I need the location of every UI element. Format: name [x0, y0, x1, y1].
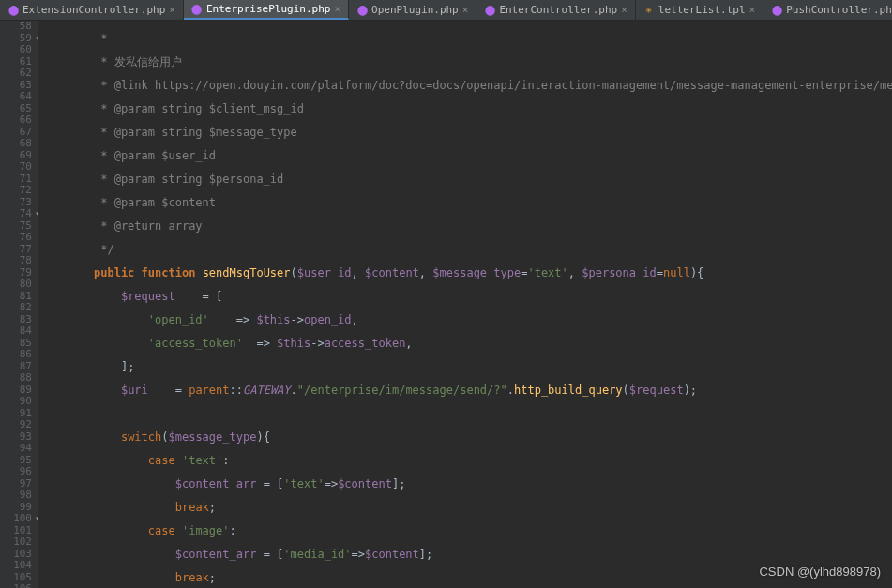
- editor-tabs: ⬤ ExtensionController.php × ⬤ Enterprise…: [0, 0, 892, 21]
- php-icon: ⬤: [8, 5, 19, 16]
- tab-push-controller[interactable]: ⬤ PushController.php ×: [763, 0, 892, 20]
- code-editor[interactable]: 5859▾606162636465666768697071727374▾7576…: [0, 21, 892, 588]
- tab-letter-list[interactable]: ✳ letterList.tpl ×: [636, 0, 763, 20]
- line-number: 98: [0, 490, 32, 502]
- tab-open-plugin[interactable]: ⬤ OpenPlugin.php ×: [349, 0, 476, 20]
- php-icon: ⬤: [356, 5, 368, 16]
- line-number: 70: [0, 161, 32, 173]
- line-number: 88: [0, 372, 32, 384]
- line-number: 104: [0, 560, 32, 572]
- tab-enter-controller[interactable]: ⬤ EnterController.php ×: [476, 0, 635, 20]
- line-number: 62: [0, 68, 32, 80]
- gutter: 5859▾606162636465666768697071727374▾7576…: [0, 21, 38, 588]
- line-number: 64: [0, 91, 32, 103]
- line-number: 92: [0, 419, 32, 431]
- code-area[interactable]: * * 发私信给用户 * @link https://open.douyin.c…: [38, 21, 892, 588]
- php-icon: ⬤: [484, 5, 495, 16]
- line-number: 80: [0, 279, 32, 291]
- line-number: 68: [0, 138, 32, 150]
- tab-extension-controller[interactable]: ⬤ ExtensionController.php ×: [0, 0, 184, 20]
- line-number: 86: [0, 349, 32, 361]
- close-icon[interactable]: ×: [621, 4, 627, 16]
- line-number: 100▾: [0, 513, 32, 525]
- line-number: 66: [0, 114, 32, 127]
- line-number: 58: [0, 21, 32, 33]
- close-icon[interactable]: ×: [462, 4, 469, 16]
- line-number: 102: [0, 536, 32, 549]
- line-number: 82: [0, 302, 32, 314]
- line-number: 72: [0, 185, 32, 197]
- tpl-icon: ✳: [643, 5, 655, 16]
- watermark: CSDN @(ylhd898978): [759, 565, 881, 579]
- close-icon[interactable]: ×: [334, 3, 340, 15]
- line-number: 96: [0, 466, 32, 478]
- php-icon: ⬤: [771, 5, 782, 16]
- line-number: 94: [0, 443, 32, 455]
- close-icon[interactable]: ×: [749, 4, 756, 16]
- line-number: 76: [0, 232, 32, 244]
- php-icon: ⬤: [191, 4, 203, 15]
- line-number: 106: [0, 583, 32, 588]
- line-number: 60: [0, 44, 32, 56]
- line-number: 90: [0, 396, 32, 408]
- tab-enterprise-plugin[interactable]: ⬤ EnterprisePlugin.php ×: [184, 0, 349, 20]
- line-number: 78: [0, 255, 32, 267]
- line-number: 84: [0, 325, 32, 338]
- close-icon[interactable]: ×: [169, 4, 175, 16]
- line-number: 74▾: [0, 208, 32, 220]
